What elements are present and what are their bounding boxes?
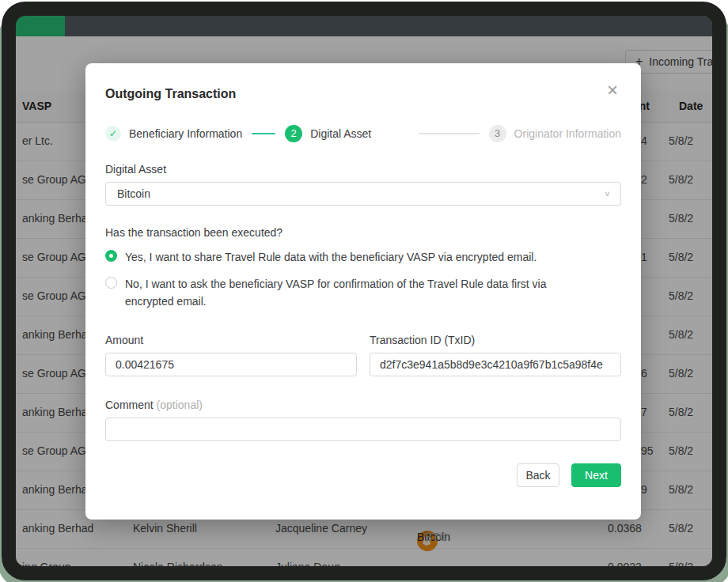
step-number-badge: 2 [285,125,302,142]
comment-input[interactable] [105,418,621,441]
step-originator-information[interactable]: 3 Originator Information [489,125,621,142]
radio-option-no[interactable]: No, I want to ask the beneficiary VASP f… [105,275,621,310]
radio-selected-icon[interactable] [105,250,117,262]
modal-title: Outgoing Transaction [105,81,236,101]
digital-asset-label: Digital Asset [105,163,621,176]
close-icon[interactable]: × [604,81,621,100]
chevron-down-icon: ∨ [604,189,611,198]
outgoing-transaction-modal: Outgoing Transaction × ✓ Beneficiary Inf… [85,63,641,520]
stepper: ✓ Beneficiary Information 2 Digital Asse… [105,125,621,142]
step-label: Originator Information [514,127,621,140]
amount-label: Amount [105,334,357,346]
comment-label: Comment (optional) [105,399,621,411]
txid-input[interactable] [370,353,621,376]
digital-asset-selected-value: Bitcoin [117,187,150,200]
executed-question-label: Has the transaction been executed? [105,226,621,239]
amount-input[interactable] [105,353,357,376]
step-label: Digital Asset [310,127,371,140]
radio-option-no-label: No, I want to ask the beneficiary VASP f… [125,275,588,310]
comment-optional-text: (optional) [157,399,203,411]
browser-tab-green[interactable] [16,16,65,36]
app-screen: + Incoming Tra VASP Amount Date er Ltc.4… [16,16,712,566]
back-button[interactable]: Back [517,463,559,487]
step-beneficiary-information[interactable]: ✓ Beneficiary Information [105,126,242,142]
comment-label-text: Comment [105,399,154,411]
step-label: Beneficiary Information [129,127,242,140]
step-connector-done [252,133,275,134]
browser-topbar [16,16,712,36]
step-connector-todo [419,133,479,134]
radio-unselected-icon[interactable] [105,277,117,289]
txid-label: Transaction ID (TxID) [370,334,621,346]
step-number-badge: 3 [489,125,506,142]
screenshot-stage: + Incoming Tra VASP Amount Date er Ltc.4… [0,0,728,582]
radio-option-yes[interactable]: Yes, I want to share Travel Rule data wi… [105,248,621,266]
digital-asset-select[interactable]: Bitcoin ∨ [105,182,621,206]
next-button[interactable]: Next [571,463,621,487]
step-digital-asset[interactable]: 2 Digital Asset [285,125,371,142]
check-icon: ✓ [105,126,121,142]
radio-option-yes-label: Yes, I want to share Travel Rule data wi… [125,248,537,266]
